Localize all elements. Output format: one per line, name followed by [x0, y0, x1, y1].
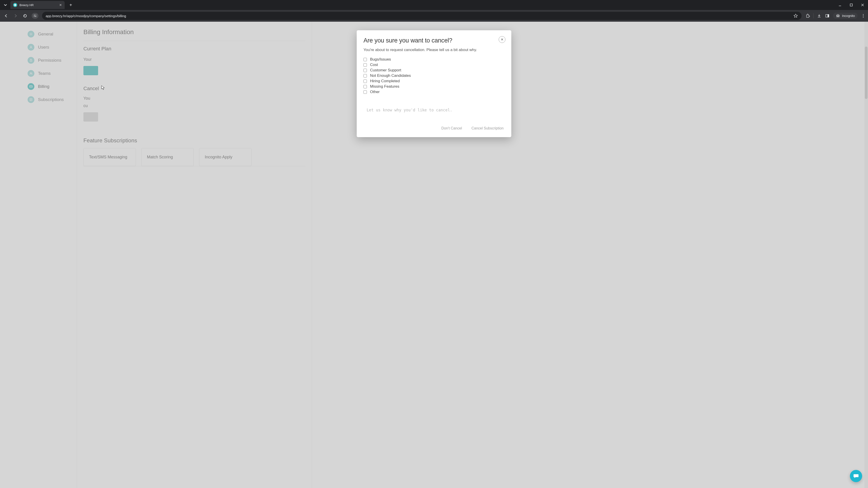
chat-launcher-button[interactable]	[850, 470, 862, 482]
modal-subtitle: You're about to request cancellation. Pl…	[364, 48, 504, 52]
site-info-chip[interactable]	[32, 13, 38, 19]
window-close-button[interactable]	[859, 1, 866, 8]
address-bar[interactable]: app.breezy.hr/app/c/moodjoy/company/sett…	[42, 12, 802, 20]
svg-rect-9	[828, 14, 829, 17]
browser-tab[interactable]: Breezy HR ✕	[10, 1, 65, 9]
reason-label: Missing Features	[370, 84, 399, 89]
reason-checkbox[interactable]	[364, 90, 367, 94]
cancel-comment-input[interactable]	[364, 102, 504, 119]
reason-other[interactable]: Other	[364, 90, 504, 94]
url-text: app.breezy.hr/app/c/moodjoy/company/sett…	[46, 14, 126, 18]
nav-reload-button[interactable]	[21, 12, 29, 20]
reason-support[interactable]: Customer Support	[364, 68, 504, 72]
reload-icon	[23, 14, 27, 18]
tab-search-dropdown[interactable]	[2, 1, 9, 8]
svg-rect-1	[850, 4, 852, 6]
dont-cancel-button[interactable]: Don't Cancel	[440, 125, 463, 132]
browser-toolbar: app.breezy.hr/app/c/moodjoy/company/sett…	[0, 10, 868, 22]
reason-label: Bugs/Issues	[370, 57, 391, 62]
svg-point-15	[863, 17, 864, 18]
svg-point-7	[35, 16, 36, 17]
bookmark-star-icon[interactable]	[794, 13, 798, 18]
reason-checkbox[interactable]	[364, 58, 367, 61]
tab-title: Breezy HR	[20, 3, 59, 7]
nav-forward-button[interactable]	[12, 12, 20, 20]
minimize-icon	[838, 3, 842, 6]
reason-checkbox[interactable]	[364, 85, 367, 88]
panel-icon	[825, 13, 830, 18]
reason-checkbox[interactable]	[364, 74, 367, 77]
reason-label: Hiring Completed	[370, 79, 400, 84]
browser-chrome: Breezy HR ✕ + app.breezy.hr/app/c/moodjo…	[0, 0, 868, 22]
maximize-icon	[850, 3, 853, 6]
sidepanel-button[interactable]	[825, 13, 830, 18]
svg-point-14	[863, 15, 864, 16]
chrome-menu-button[interactable]	[861, 13, 866, 18]
incognito-badge[interactable]: Incognito	[833, 13, 858, 19]
svg-point-11	[838, 16, 839, 17]
svg-point-13	[863, 14, 864, 15]
reason-label: Customer Support	[370, 68, 401, 72]
arrow-right-icon	[13, 14, 18, 18]
page-viewport: General Users Permissions Teams Billing …	[0, 22, 868, 488]
reason-candidates[interactable]: Not Enough Candidates	[364, 73, 504, 78]
reason-cost[interactable]: Cost	[364, 63, 504, 67]
extensions-button[interactable]	[805, 13, 810, 18]
reason-hiring-done[interactable]: Hiring Completed	[364, 79, 504, 84]
reason-label: Cost	[370, 63, 378, 67]
site-settings-icon	[33, 14, 37, 17]
reason-missing-features[interactable]: Missing Features	[364, 84, 504, 89]
cancel-subscription-button[interactable]: Cancel Subscription	[471, 125, 504, 132]
modal-close-button[interactable]: ✕	[499, 36, 505, 43]
chevron-down-icon	[4, 3, 7, 6]
cancel-confirmation-modal: ✕ Are you sure you want to cancel? You'r…	[357, 30, 511, 137]
incognito-icon	[836, 14, 840, 18]
tab-strip: Breezy HR ✕ +	[0, 0, 868, 10]
svg-point-10	[837, 16, 838, 17]
puzzle-icon	[805, 13, 810, 18]
kebab-icon	[861, 14, 865, 18]
window-minimize-button[interactable]	[836, 1, 844, 8]
reason-bugs[interactable]: Bugs/Issues	[364, 57, 504, 62]
modal-title: Are you sure you want to cancel?	[364, 37, 504, 44]
chat-icon	[853, 473, 859, 479]
window-controls	[836, 1, 868, 8]
reason-checkbox[interactable]	[364, 79, 367, 83]
arrow-left-icon	[4, 14, 8, 18]
download-icon	[817, 13, 822, 18]
downloads-button[interactable]	[817, 13, 822, 18]
incognito-label: Incognito	[842, 14, 855, 18]
reason-checkbox[interactable]	[364, 69, 367, 72]
toolbar-right: Incognito	[805, 13, 866, 19]
tab-favicon	[13, 3, 17, 7]
reason-label: Not Enough Candidates	[370, 73, 411, 78]
close-icon	[861, 3, 864, 6]
reason-checkbox[interactable]	[364, 63, 367, 67]
tab-close-button[interactable]: ✕	[59, 3, 62, 7]
new-tab-button[interactable]: +	[67, 2, 74, 8]
window-maximize-button[interactable]	[848, 1, 855, 8]
nav-back-button[interactable]	[2, 12, 10, 20]
svg-point-6	[34, 15, 35, 15]
reason-label: Other	[370, 90, 380, 94]
modal-actions: Don't Cancel Cancel Subscription	[364, 125, 504, 132]
